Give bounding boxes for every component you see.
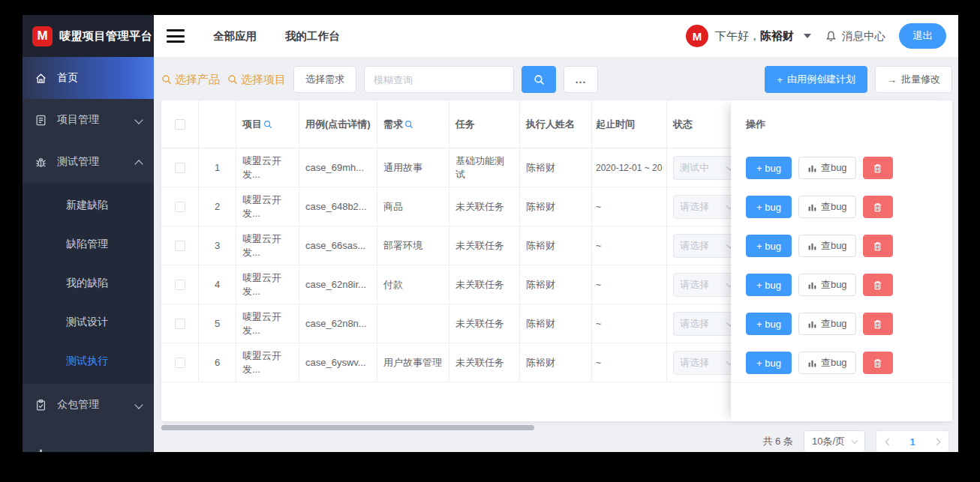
status-select[interactable]: 请选择 [673,195,739,219]
cell-case[interactable]: case_648b2... [299,187,377,226]
test-mgmt-submenu: 新建缺陷 缺陷管理 我的缺陷 测试设计 测试执行 [23,183,154,384]
cell-project: 唛盟云开发... [236,226,299,265]
view-bug-label: 查bug [821,200,847,214]
cell-case[interactable]: case_69mh... [299,148,377,187]
search-icon [227,74,238,85]
cell-case[interactable]: case_66sas... [299,226,377,265]
page-size-select[interactable]: 10条/页 [804,430,865,452]
select-product-label: 选择产品 [175,73,220,87]
sidebar-item-test-execution[interactable]: 测试执行 [23,342,154,381]
delete-button[interactable] [863,157,893,179]
view-bug-label: 查bug [821,278,847,292]
add-bug-button[interactable]: + bug [746,235,792,257]
batch-edit-button[interactable]: → 批量修改 [875,66,952,93]
stats-icon [35,447,47,452]
document-icon [35,114,47,127]
fuzzy-search-input[interactable] [364,66,514,93]
clipboard-check-icon [35,399,47,412]
filter-search-icon[interactable] [263,120,272,129]
row-checkbox[interactable] [175,202,185,212]
row-checkbox[interactable] [175,163,185,173]
chevron-left-icon [885,438,892,445]
chevron-up-icon [134,160,143,168]
add-bug-button[interactable]: + bug [746,352,792,374]
delete-button[interactable] [863,235,893,257]
col-time: 起止时间 [592,100,667,148]
current-page[interactable]: 1 [900,436,924,448]
cell-project: 唛盟云开发... [236,148,299,187]
row-checkbox[interactable] [175,280,185,290]
select-product-link[interactable]: 选择产品 [161,73,220,87]
delete-button[interactable] [863,352,893,374]
cell-case[interactable]: case_6yswv... [299,343,377,382]
avatar: M [686,25,708,47]
cell-requirement: 通用故事 [377,148,449,187]
sidebar-item-my-defects[interactable]: 我的缺陷 [23,264,154,303]
delete-button[interactable] [863,196,893,218]
sidebar-item-crowd-mgmt[interactable]: 众包管理 [23,384,154,426]
cell-case[interactable]: case_62n8n... [299,304,377,343]
horizontal-scrollbar[interactable] [161,425,534,430]
row-index: 2 [199,187,236,226]
sidebar-item-new-defect[interactable]: 新建缺陷 [23,186,154,225]
message-center[interactable]: 消息中心 [825,29,885,43]
cell-requirement: 付款 [377,265,449,304]
main-content: 选择产品 选择项目 选择需求 ... + 由用例创建计划 [154,57,958,452]
sidebar-item-test-mgmt[interactable]: 测试管理 [23,141,154,183]
row-checkbox[interactable] [175,358,185,368]
nav-all-apps[interactable]: 全部应用 [213,29,257,43]
view-bug-button[interactable]: 查bug [798,157,856,179]
user-menu[interactable]: M 下午好，陈裕财 [686,25,811,47]
status-select[interactable]: 测试中 [673,156,739,180]
row-index: 6 [199,343,236,382]
select-requirement-button[interactable]: 选择需求 [293,66,356,93]
chevron-down-icon [134,115,143,124]
view-bug-button[interactable]: 查bug [798,352,856,374]
view-bug-button[interactable]: 查bug [798,196,856,218]
delete-button[interactable] [863,313,893,335]
view-bug-button[interactable]: 查bug [798,235,856,257]
status-select[interactable]: 请选择 [673,273,739,297]
ops-row: + bug 查bug [746,343,952,382]
trash-icon [872,163,883,174]
status-select[interactable]: 请选择 [673,312,739,336]
select-all-checkbox[interactable] [175,119,185,130]
create-plan-button[interactable]: + 由用例创建计划 [765,66,867,93]
status-value: 测试中 [680,161,709,175]
sidebar-item-label: 测试管理 [57,155,99,169]
status-select[interactable]: 请选择 [673,351,739,375]
row-checkbox[interactable] [175,319,185,329]
add-bug-button[interactable]: + bug [746,313,792,335]
sidebar-item-partial[interactable] [23,444,154,452]
ops-row: + bug 查bug [746,265,952,304]
sidebar-item-project-mgmt[interactable]: 项目管理 [23,99,154,141]
logout-button[interactable]: 退出 [899,23,946,49]
cell-case[interactable]: case_62n8ir... [299,265,377,304]
more-filters-button[interactable]: ... [564,66,598,93]
cell-executor: 陈裕财 [520,148,592,187]
filter-search-icon[interactable] [404,120,413,129]
nav-my-workbench[interactable]: 我的工作台 [285,29,340,43]
select-project-link[interactable]: 选择项目 [227,73,286,87]
sidebar-item-test-design[interactable]: 测试设计 [23,303,154,342]
row-checkbox[interactable] [175,241,185,251]
prev-page-button[interactable] [876,431,900,452]
delete-button[interactable] [863,274,893,296]
add-bug-button[interactable]: + bug [746,196,792,218]
screen: M 唛盟项目管理平台 全部应用 我的工作台 M 下午好，陈裕财 消息中心 退出 [0,0,980,482]
next-page-button[interactable] [924,431,948,452]
add-bug-button[interactable]: + bug [746,274,792,296]
col-task: 任务 [449,100,520,148]
view-bug-button[interactable]: 查bug [798,274,856,296]
sidebar-item-defect-mgmt[interactable]: 缺陷管理 [23,225,154,264]
view-bug-button[interactable]: 查bug [798,313,856,335]
cell-executor: 陈裕财 [520,304,592,343]
add-bug-button[interactable]: + bug [746,157,792,179]
bar-chart-icon [807,163,817,173]
trash-icon [872,319,883,330]
view-bug-label: 查bug [821,356,847,370]
sidebar-item-home[interactable]: 首页 [23,57,154,99]
status-select[interactable]: 请选择 [673,234,739,258]
search-button[interactable] [522,66,556,93]
menu-collapse-icon[interactable] [167,29,185,43]
